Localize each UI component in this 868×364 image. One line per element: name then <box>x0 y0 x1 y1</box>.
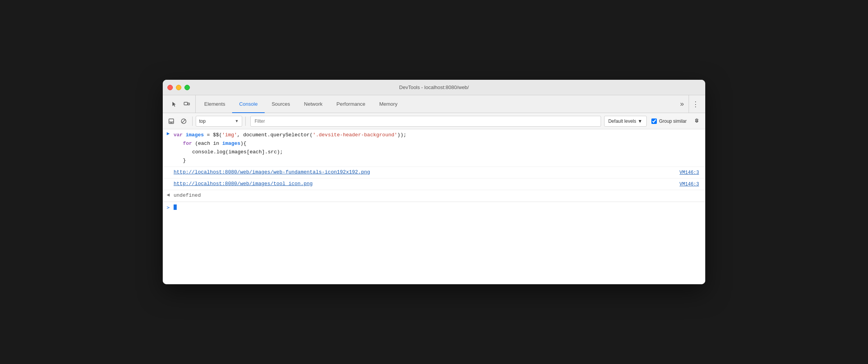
entry-source-1[interactable]: VM146:3 <box>677 168 705 177</box>
more-tabs-button[interactable]: » <box>677 95 687 113</box>
tab-elements[interactable]: Elements <box>197 96 232 113</box>
console-entry-link-1: http://localhost:8080/web/images/web-fun… <box>163 167 705 179</box>
tab-memory[interactable]: Memory <box>372 96 405 113</box>
tab-performance[interactable]: Performance <box>329 96 372 113</box>
group-similar-label[interactable]: Group similar <box>648 118 690 124</box>
tab-console[interactable]: Console <box>232 96 265 113</box>
devtools-window: DevTools - localhost:8080/web/ Elements <box>163 80 705 284</box>
close-button[interactable] <box>167 85 173 90</box>
input-prompt-icon: > <box>163 204 174 210</box>
console-toolbar: top ▼ Default levels ▼ Group similar <box>163 113 705 129</box>
toolbar-divider-2 <box>245 117 246 126</box>
input-cursor <box>174 204 177 210</box>
entry-url-2[interactable]: http://localhost:8080/web/images/tool_ic… <box>174 179 677 190</box>
entry-source-2[interactable]: VM146:3 <box>677 180 705 189</box>
context-selector[interactable]: top ▼ <box>196 116 242 127</box>
entry-code: var images = $$('img', document.querySel… <box>174 129 705 167</box>
show-drawer-button[interactable] <box>166 116 177 127</box>
code-line-1: var images = $$('img', document.querySel… <box>174 131 705 139</box>
context-arrow-icon: ▼ <box>235 119 239 123</box>
block-icon <box>181 118 187 124</box>
device-icon <box>184 101 190 107</box>
console-entry-link-2: http://localhost:8080/web/images/tool_ic… <box>163 179 705 190</box>
entry-prompt-empty-2 <box>163 179 174 190</box>
tab-sources[interactable]: Sources <box>265 96 297 113</box>
entry-url-1[interactable]: http://localhost:8080/web/images/web-fun… <box>174 167 677 178</box>
entry-value-undefined: undefined <box>174 190 705 201</box>
toolbar-divider-1 <box>192 117 193 126</box>
tab-network[interactable]: Network <box>297 96 330 113</box>
cursor-icon <box>171 101 177 107</box>
group-similar-checkbox[interactable] <box>651 118 657 124</box>
entry-prompt-empty-1 <box>163 167 174 178</box>
minimize-button[interactable] <box>176 85 181 90</box>
code-line-3: console.log(images[each].src); <box>174 148 705 156</box>
tabs: Elements Console Sources Network Perform… <box>197 95 677 113</box>
svg-rect-0 <box>184 102 188 105</box>
cursor-icon-button[interactable] <box>169 99 180 110</box>
code-line-2: for (each in images){ <box>174 139 705 148</box>
console-settings-button[interactable] <box>691 116 702 127</box>
log-levels-button[interactable]: Default levels ▼ <box>604 116 647 127</box>
console-output: ► var images = $$('img', document.queryS… <box>163 129 705 284</box>
device-icon-button[interactable] <box>181 99 192 110</box>
svg-rect-1 <box>188 103 189 105</box>
maximize-button[interactable] <box>184 85 190 90</box>
svg-line-6 <box>182 119 186 123</box>
entry-prompt-left: ◀ <box>163 190 174 201</box>
window-title: DevTools - localhost:8080/web/ <box>399 84 469 90</box>
levels-arrow-icon: ▼ <box>638 118 642 124</box>
code-line-4: } <box>174 156 705 165</box>
console-entry-undefined: ◀ undefined <box>163 190 705 202</box>
console-input-area[interactable] <box>174 204 177 210</box>
tab-bar: Elements Console Sources Network Perform… <box>163 95 705 113</box>
clear-console-button[interactable] <box>178 116 189 127</box>
tab-bar-icons <box>166 95 196 113</box>
devtools-menu-button[interactable]: ⋮ <box>689 95 702 113</box>
drawer-icon <box>169 118 174 124</box>
console-entry-input: ► var images = $$('img', document.queryS… <box>163 129 705 167</box>
title-bar: DevTools - localhost:8080/web/ <box>163 80 705 95</box>
filter-input[interactable] <box>250 116 601 127</box>
entry-prompt-right: ► <box>163 129 174 167</box>
console-input-row[interactable]: > <box>163 202 705 213</box>
gear-icon <box>694 118 700 124</box>
traffic-lights <box>167 85 190 90</box>
